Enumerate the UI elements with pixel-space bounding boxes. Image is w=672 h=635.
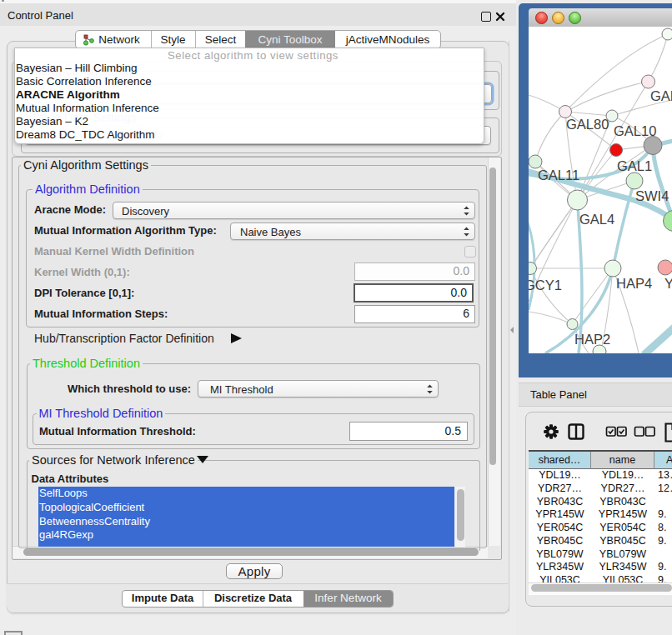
svg-text:Y: Y bbox=[664, 276, 672, 291]
svg-text:GAL1: GAL1 bbox=[617, 158, 652, 173]
svg-text:HAP2: HAP2 bbox=[574, 332, 610, 347]
svg-text:GAL10: GAL10 bbox=[614, 123, 656, 138]
svg-text:GAL80: GAL80 bbox=[566, 117, 609, 132]
svg-text:HAP4: HAP4 bbox=[616, 276, 652, 291]
svg-text:SWI4: SWI4 bbox=[635, 188, 669, 203]
svg-text:GAL7: GAL7 bbox=[650, 88, 672, 103]
svg-text:GCY1: GCY1 bbox=[529, 278, 562, 292]
svg-text:GAL11: GAL11 bbox=[538, 168, 579, 182]
svg-text:GAL4: GAL4 bbox=[579, 212, 614, 227]
